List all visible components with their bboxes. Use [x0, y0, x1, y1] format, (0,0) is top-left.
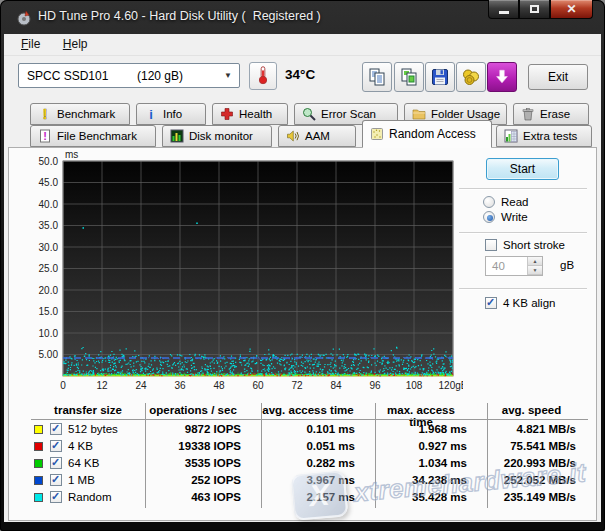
trash-icon — [521, 107, 535, 121]
avg-speed-value: 75.541 MB/s — [487, 440, 588, 452]
align-label: 4 KB align — [503, 297, 555, 309]
max-access-value: 1.034 ms — [375, 457, 487, 469]
svg-text:5.00: 5.00 — [39, 349, 59, 360]
client-area: File Help SPCC SSD101 (120 gB) ▼ 34°C — [4, 34, 601, 522]
max-access-value: 1.968 ms — [375, 423, 487, 435]
copy-text-button[interactable] — [362, 62, 392, 92]
svg-text:i: i — [149, 107, 153, 121]
menu-file[interactable]: File — [12, 34, 49, 54]
tab-label: File Benchmark — [57, 130, 137, 142]
maximize-icon — [530, 5, 539, 13]
row-label: Random — [68, 491, 111, 503]
align-checkbox[interactable] — [485, 297, 497, 309]
svg-text:96: 96 — [369, 380, 381, 391]
stroke-size-spinner[interactable]: 40 ▲▼ — [485, 256, 543, 276]
ops-value: 463 IOPS — [145, 491, 261, 503]
title-bar[interactable]: HD Tune Pro 4.60 - Hard Disk Utility ( R… — [0, 0, 605, 34]
random-access-panel: 5.0010.015.020.025.030.035.040.045.050.0… — [8, 147, 597, 521]
svg-text:20.0: 20.0 — [39, 285, 59, 296]
avg-speed-value: 235.149 MB/s — [487, 491, 588, 503]
tab-aam[interactable]: AAM — [278, 125, 356, 147]
donate-button[interactable] — [456, 62, 486, 92]
row-checkbox[interactable] — [50, 491, 62, 503]
avg-speed-value: 4.821 MB/s — [487, 423, 588, 435]
col-header-avg-speed: avg. speed — [487, 404, 588, 416]
magnifier-icon — [302, 107, 316, 121]
separator — [459, 232, 587, 233]
svg-text:72: 72 — [291, 380, 303, 391]
tab-label: Benchmark — [57, 108, 115, 120]
tab-health[interactable]: Health — [212, 103, 288, 125]
close-button[interactable]: ✕ — [550, 0, 593, 19]
row-label: 64 KB — [68, 457, 99, 469]
table-row: 1 MB 252 IOPS 3.967 ms 34.238 ms 252.052… — [9, 474, 596, 490]
table-row: Random 463 IOPS 2.157 ms 35.428 ms 235.1… — [9, 491, 596, 507]
random-access-chart: 5.0010.015.020.025.030.035.040.045.050.0… — [23, 150, 463, 400]
download-button[interactable] — [487, 62, 517, 92]
row-checkbox[interactable] — [50, 474, 62, 486]
tab-label: Error Scan — [321, 108, 376, 120]
header-underline — [31, 419, 588, 420]
download-arrow-icon — [493, 68, 511, 86]
align-option[interactable]: 4 KB align — [485, 297, 555, 309]
series-color-swatch — [34, 493, 43, 502]
svg-text:ms: ms — [65, 150, 78, 160]
maximize-button[interactable] — [519, 0, 550, 19]
menu-bar: File Help — [4, 34, 601, 56]
row-checkbox[interactable] — [50, 423, 62, 435]
svg-text:50.0: 50.0 — [39, 156, 59, 167]
ops-value: 3535 IOPS — [145, 457, 261, 469]
svg-text:15.0: 15.0 — [39, 306, 59, 317]
spin-down-icon[interactable]: ▼ — [528, 266, 542, 275]
svg-text:60: 60 — [252, 380, 264, 391]
row-checkbox[interactable] — [50, 457, 62, 469]
start-button[interactable]: Start — [486, 158, 559, 180]
row-checkbox[interactable] — [50, 440, 62, 452]
series-color-swatch — [34, 476, 43, 485]
stroke-size-value: 40 — [486, 257, 527, 275]
coins-icon — [461, 67, 481, 87]
tab-random-access[interactable]: Random Access — [362, 120, 492, 148]
short-stroke-option[interactable]: Short stroke — [485, 239, 565, 251]
avg-access-value: 0.101 ms — [261, 423, 375, 435]
svg-text:84: 84 — [330, 380, 342, 391]
minimize-icon — [499, 11, 509, 14]
read-option[interactable]: Read — [483, 196, 529, 208]
tab-strip: !! Benchmark i Info Health Error Scan Fo… — [4, 100, 601, 147]
avg-speed-value: 252.052 MB/s — [487, 474, 588, 486]
write-option[interactable]: Write — [483, 211, 528, 223]
tab-info[interactable]: i Info — [136, 103, 206, 125]
minimize-button[interactable] — [488, 0, 519, 19]
tab-file-benchmark[interactable]: ! File Benchmark — [30, 125, 156, 147]
svg-text:120gB: 120gB — [439, 380, 463, 391]
tab-disk-monitor[interactable]: Disk monitor — [162, 125, 272, 147]
read-radio[interactable] — [483, 196, 495, 208]
write-radio[interactable] — [483, 211, 495, 223]
save-icon — [430, 67, 450, 87]
menu-help[interactable]: Help — [54, 34, 97, 54]
drive-select[interactable]: SPCC SSD101 (120 gB) ▼ — [18, 63, 240, 88]
separator — [459, 288, 587, 289]
spinner-buttons: ▲▼ — [527, 257, 542, 275]
spin-up-icon[interactable]: ▲ — [528, 257, 542, 266]
copy-image-icon — [399, 67, 419, 87]
avg-access-value: 0.051 ms — [261, 440, 375, 452]
table-row: 4 KB 19338 IOPS 0.051 ms 0.927 ms 75.541… — [9, 440, 596, 456]
tab-extra-tests[interactable]: Extra tests — [496, 125, 592, 147]
tab-erase[interactable]: Erase — [513, 103, 589, 125]
tab-benchmark[interactable]: !! Benchmark — [30, 103, 130, 125]
table-row: 512 bytes 9872 IOPS 0.101 ms 1.968 ms 4.… — [9, 423, 596, 439]
col-header-operations: operations / sec — [145, 404, 261, 416]
max-access-value: 34.238 ms — [375, 474, 487, 486]
save-button[interactable] — [425, 62, 455, 92]
temperature-button[interactable] — [249, 62, 277, 90]
write-label: Write — [501, 211, 528, 223]
short-stroke-checkbox[interactable] — [485, 239, 497, 251]
tab-label: Random Access — [389, 127, 476, 141]
exit-button[interactable]: Exit — [528, 64, 588, 90]
svg-text:36: 36 — [174, 380, 186, 391]
series-color-swatch — [34, 425, 43, 434]
svg-text:35.0: 35.0 — [39, 220, 59, 231]
copy-image-button[interactable] — [394, 62, 424, 92]
svg-text:10.0: 10.0 — [39, 328, 59, 339]
